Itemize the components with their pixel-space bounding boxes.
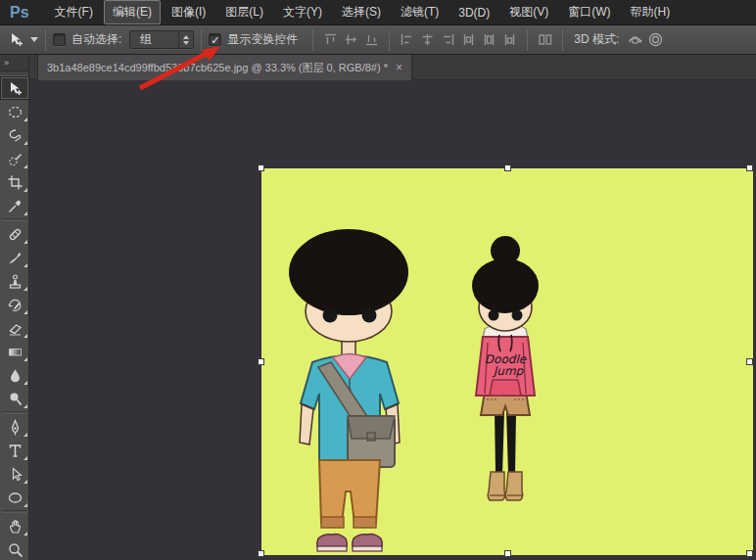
menu-bar: Ps 文件(F) 编辑(E) 图像(I) 图层(L) 文字(Y) 选择(S) 滤…: [0, 0, 756, 25]
tool-clone-stamp[interactable]: [0, 269, 29, 293]
blur-icon: [7, 367, 24, 384]
tool-hand[interactable]: [0, 514, 29, 537]
menu-layer[interactable]: 图层(L): [216, 0, 272, 24]
tool-eraser[interactable]: [0, 316, 29, 340]
tool-brush[interactable]: [0, 246, 29, 269]
transform-handle-top-right[interactable]: [746, 164, 753, 171]
document-tab-title: 3b1a48e89ce14cd99ffbd536b7cb625e.jpg @ 3…: [47, 61, 388, 75]
menu-type[interactable]: 文字(Y): [274, 0, 331, 24]
brush-icon: [7, 250, 24, 266]
elliptical-marquee-icon: [7, 104, 24, 120]
distribute-top-edges-icon[interactable]: [460, 31, 477, 48]
align-bottom-edges-icon[interactable]: [363, 31, 380, 48]
document-tab[interactable]: 3b1a48e89ce14cd99ffbd536b7cb625e.jpg @ 3…: [37, 55, 412, 80]
tab-strip: 3b1a48e89ce14cd99ffbd536b7cb625e.jpg @ 3…: [29, 55, 756, 80]
tool-type[interactable]: [0, 439, 29, 462]
transform-handle-middle-right[interactable]: [746, 358, 753, 365]
transform-handle-top-center[interactable]: [504, 164, 511, 171]
tool-lasso[interactable]: [0, 123, 29, 147]
tool-crop[interactable]: [0, 170, 29, 194]
tool-group-divider: [2, 411, 26, 414]
clone-stamp-icon: [7, 273, 24, 290]
photoshop-logo: Ps: [10, 4, 29, 22]
menu-image[interactable]: 图像(I): [163, 0, 214, 24]
align-right-edges-icon[interactable]: [440, 31, 456, 48]
lasso-icon: [7, 127, 24, 144]
transform-handle-bottom-right[interactable]: [746, 550, 753, 557]
options-bar: 自动选择: 组 ✓ 显示变换控件 3D 模式:: [0, 25, 756, 55]
distribute-spacing-icon[interactable]: [537, 31, 553, 48]
tool-healing-brush[interactable]: [0, 222, 29, 246]
quick-selection-icon: [7, 151, 24, 167]
healing-brush-icon: [7, 226, 24, 243]
3d-rotate-icon[interactable]: [627, 31, 643, 48]
tool-gradient[interactable]: [0, 340, 29, 363]
canvas-artwork: Doodle Jump: [261, 168, 753, 555]
tab-close-icon[interactable]: ×: [396, 62, 402, 73]
transform-handle-top-left[interactable]: [258, 164, 264, 171]
path-selection-icon: [7, 466, 24, 483]
show-transform-checkbox[interactable]: ✓: [209, 33, 221, 46]
tools-panel-collapse-icon[interactable]: »: [0, 55, 28, 71]
dropdown-spinner-icon[interactable]: [178, 31, 193, 48]
tools-panel: »: [0, 55, 29, 560]
tool-blur[interactable]: [0, 363, 29, 387]
menu-help[interactable]: 帮助(H): [622, 0, 680, 24]
tool-dodge[interactable]: [0, 387, 29, 410]
transform-handle-bottom-center[interactable]: [504, 550, 511, 557]
tool-history-brush[interactable]: [0, 293, 29, 316]
tool-zoom[interactable]: [0, 537, 29, 560]
show-transform-label: 显示变换控件: [227, 31, 298, 48]
options-divider: [45, 29, 46, 51]
auto-select-target-dropdown[interactable]: 组: [129, 30, 194, 49]
move-tool-icon: [8, 31, 24, 48]
tool-pen[interactable]: [0, 415, 29, 439]
options-divider: [527, 29, 528, 51]
distribute-vertical-centers-icon[interactable]: [481, 31, 497, 48]
tool-ellipse-shape[interactable]: [0, 486, 29, 509]
transform-handle-bottom-left[interactable]: [258, 550, 264, 557]
tool-group-divider: [2, 510, 26, 513]
tool-elliptical-marquee[interactable]: [0, 100, 29, 123]
canvas-workspace[interactable]: Doodle Jump: [29, 80, 756, 560]
distribute-bottom-edges-icon[interactable]: [501, 31, 518, 48]
menu-select[interactable]: 选择(S): [333, 0, 390, 24]
zoom-icon: [7, 541, 24, 558]
tool-quick-selection[interactable]: [0, 147, 29, 170]
ellipse-shape-icon: [7, 490, 24, 506]
auto-select-checkbox[interactable]: [53, 33, 66, 46]
tool-path-selection[interactable]: [0, 462, 29, 486]
options-divider: [201, 29, 202, 51]
hand-icon: [7, 518, 24, 535]
crop-icon: [7, 174, 24, 191]
dodge-icon: [7, 391, 24, 407]
transform-handle-middle-left[interactable]: [258, 358, 264, 365]
menu-view[interactable]: 视图(V): [500, 0, 557, 24]
tool-preset-caret-icon[interactable]: [30, 37, 38, 42]
pen-icon: [7, 419, 24, 436]
align-horizontal-centers-icon[interactable]: [419, 31, 436, 48]
current-tool-preview: [8, 31, 38, 48]
menu-window[interactable]: 窗口(W): [559, 0, 619, 24]
menu-edit[interactable]: 编辑(E): [104, 0, 161, 24]
photoshop-window: Ps 文件(F) 编辑(E) 图像(I) 图层(L) 文字(Y) 选择(S) 滤…: [0, 0, 756, 560]
tool-group-divider: [2, 218, 26, 221]
menu-file[interactable]: 文件(F): [46, 0, 102, 24]
align-vertical-centers-icon[interactable]: [343, 31, 359, 48]
auto-select-target-value: 组: [130, 31, 178, 48]
align-left-edges-icon[interactable]: [399, 31, 415, 48]
eraser-icon: [7, 320, 24, 337]
auto-select-label: 自动选择:: [71, 31, 121, 48]
align-top-edges-icon[interactable]: [322, 31, 339, 48]
tool-eyedropper[interactable]: [0, 194, 29, 217]
menu-3d[interactable]: 3D(D): [449, 2, 498, 23]
3d-roll-icon[interactable]: [647, 31, 664, 48]
move-icon: [7, 80, 24, 97]
options-divider: [312, 29, 313, 51]
document-image[interactable]: Doodle Jump: [261, 168, 753, 555]
tool-move[interactable]: [0, 76, 29, 100]
girl-figure: Doodle Jump: [472, 236, 539, 500]
boy-figure: [289, 229, 408, 551]
menu-filter[interactable]: 滤镜(T): [392, 0, 448, 24]
type-icon: [7, 443, 24, 459]
